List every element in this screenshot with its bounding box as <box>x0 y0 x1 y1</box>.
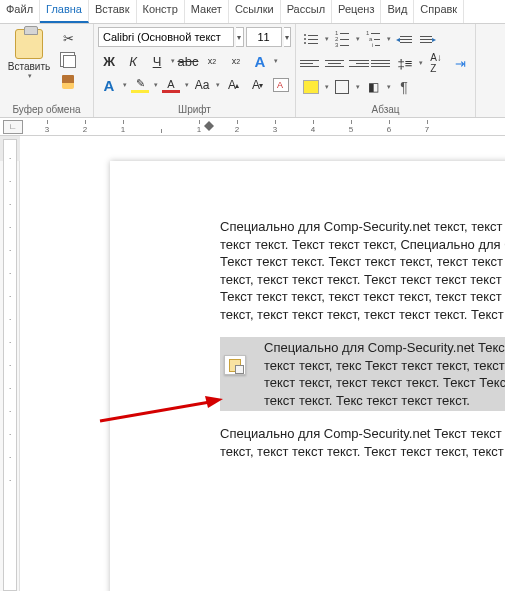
borders-button[interactable] <box>331 77 353 97</box>
ribbon-tabs: Файл Главна Вставк Констр Макет Ссылки Р… <box>0 0 505 24</box>
indent-left-button[interactable]: ◂ <box>393 29 415 49</box>
copy-button[interactable] <box>58 51 78 69</box>
font-size-select[interactable] <box>246 27 282 47</box>
paste-options-icon <box>229 359 241 372</box>
superscript-button[interactable]: x2 <box>225 51 247 71</box>
bold-button[interactable]: Ж <box>98 51 120 71</box>
italic-button[interactable]: К <box>122 51 144 71</box>
numbering-button[interactable]: 123 <box>331 29 353 49</box>
tab-references[interactable]: Ссылки <box>229 0 281 23</box>
group-title-paragraph: Абзац <box>300 103 471 116</box>
shading-button[interactable] <box>300 77 322 97</box>
paste-button[interactable]: Вставить ▾ <box>4 27 54 80</box>
eraser-icon <box>273 78 289 92</box>
indent-marker-button[interactable]: ⇥ <box>449 53 471 73</box>
cut-button[interactable]: ✂ <box>58 29 78 47</box>
horizontal-ruler-bar: ∟ 3 2 1 1 2 3 4 5 6 7 <box>0 118 505 136</box>
ribbon: Вставить ▾ ✂ Буфер обмена ▾ ▾ Ж <box>0 24 505 118</box>
align-center-button[interactable] <box>324 53 346 73</box>
indent-right-button[interactable]: ▸ <box>417 29 439 49</box>
font-name-dropdown[interactable]: ▾ <box>236 27 244 47</box>
paragraph-1[interactable]: Специально для Comp-Security.net текст, … <box>220 218 505 323</box>
grow-font-button[interactable]: A▴ <box>222 75 244 95</box>
font-color-icon: A <box>162 77 180 93</box>
tab-insert[interactable]: Вставк <box>89 0 137 23</box>
strike-button[interactable]: abc <box>177 51 199 71</box>
tab-home[interactable]: Главна <box>40 0 89 23</box>
highlight-icon: ✎ <box>131 77 149 93</box>
paragraph-2-text: Специально для Comp-Security.net Текс ст… <box>264 340 505 408</box>
align-left-button[interactable] <box>300 53 322 73</box>
tab-layout[interactable]: Макет <box>185 0 229 23</box>
bullets-button[interactable] <box>300 29 322 49</box>
erase-button[interactable]: ◧ <box>362 77 384 97</box>
group-paragraph: ▾ 123▾ 1ai▾ ◂ ▸ ‡≡▾ A↓Z ⇥ ▾ ▾ ◧▾ ¶ <box>296 24 476 117</box>
text-effects-button[interactable]: A <box>249 51 271 71</box>
format-painter-button[interactable] <box>58 73 78 91</box>
page-content[interactable]: Специально для Comp-Security.net текст, … <box>220 218 505 475</box>
tab-view[interactable]: Вид <box>381 0 414 23</box>
font-color-button[interactable]: A <box>160 75 182 95</box>
group-title-font: Шрифт <box>98 103 291 116</box>
tab-review[interactable]: Реценз <box>332 0 381 23</box>
paste-options-button[interactable] <box>224 355 246 375</box>
clipboard-icon <box>15 29 43 59</box>
group-clipboard: Вставить ▾ ✂ Буфер обмена <box>0 24 94 117</box>
scissors-icon: ✂ <box>63 31 74 46</box>
underline-button[interactable]: Ч <box>146 51 168 71</box>
paste-dropdown-icon[interactable]: ▾ <box>28 72 32 80</box>
shrink-font-button[interactable]: A▾ <box>246 75 268 95</box>
indent-marker-icon[interactable] <box>204 121 214 131</box>
subscript-button[interactable]: x2 <box>201 51 223 71</box>
border-icon <box>335 80 349 94</box>
paragraph-2-selected[interactable]: Специально для Comp-Security.net Текс ст… <box>220 337 505 411</box>
pilcrow-button[interactable]: ¶ <box>393 77 415 97</box>
copy-icon <box>63 55 76 68</box>
tab-mailings[interactable]: Рассыл <box>281 0 332 23</box>
multilevel-button[interactable]: 1ai <box>362 29 384 49</box>
tab-selector[interactable]: ∟ <box>3 120 23 134</box>
align-right-button[interactable] <box>347 53 369 73</box>
highlight-button[interactable]: ✎ <box>129 75 151 95</box>
tab-design[interactable]: Констр <box>137 0 185 23</box>
align-justify-button[interactable] <box>371 53 393 73</box>
group-font: ▾ ▾ Ж К Ч▾ abc x2 x2 A▾ A▾ ✎▾ A▾ Aa▾ A▴ … <box>94 24 296 117</box>
tab-help[interactable]: Справк <box>414 0 464 23</box>
tab-file[interactable]: Файл <box>0 0 40 23</box>
font-name-select[interactable] <box>98 27 234 47</box>
horizontal-ruler[interactable]: 3 2 1 1 2 3 4 5 6 7 <box>28 120 498 134</box>
paragraph-3[interactable]: Специально для Comp-Security.net Текст т… <box>220 425 505 460</box>
sort-button[interactable]: A↓Z <box>425 53 447 73</box>
text-effect-a-button[interactable]: A <box>98 75 120 95</box>
brush-icon <box>62 75 74 89</box>
document-canvas[interactable]: Специально для Comp-Security.net текст, … <box>20 136 505 591</box>
line-spacing-button[interactable]: ‡≡ <box>394 53 416 73</box>
clear-format-button[interactable] <box>270 75 292 95</box>
change-case-button[interactable]: Aa <box>191 75 213 95</box>
group-title-clipboard: Буфер обмена <box>4 103 89 116</box>
vertical-ruler[interactable]: ··············· <box>0 136 20 591</box>
paste-label: Вставить <box>8 61 50 72</box>
font-size-dropdown[interactable]: ▾ <box>284 27 292 47</box>
paint-bucket-icon <box>303 80 319 94</box>
workspace: ··············· Специально для Comp-Secu… <box>0 136 505 591</box>
